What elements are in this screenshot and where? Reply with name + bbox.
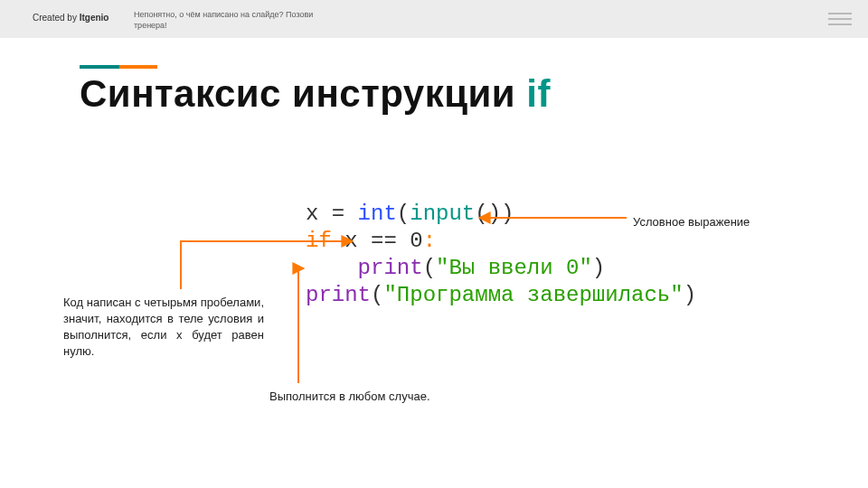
code-block: x = int(input()) if x == 0: print("Вы вв… <box>306 174 696 336</box>
created-by-prefix: Created by <box>33 13 80 23</box>
slide: Created by Itgenio Непонятно, о чём напи… <box>0 0 868 488</box>
code-l3-str: "Вы ввели 0" <box>436 256 592 280</box>
code-l1-p1: ( <box>397 202 410 226</box>
code-l2-if: if <box>306 229 332 253</box>
code-l1-p2: ()) <box>475 202 514 226</box>
code-l3-print: print <box>358 256 423 280</box>
code-l1-input: input <box>410 202 475 226</box>
code-l1-lhs: x = <box>306 202 358 226</box>
code-l4-po: ( <box>371 283 383 307</box>
created-by: Created by Itgenio <box>33 13 108 23</box>
code-l4-pc: ) <box>684 283 696 307</box>
title-main: Синтаксис инструкции <box>80 72 515 115</box>
code-l3-pc: ) <box>592 256 605 280</box>
code-l2-expr: x == 0 <box>332 229 423 253</box>
menu-icon[interactable] <box>828 13 852 25</box>
annotation-unconditional: Выполнится в любом случае. <box>269 389 505 405</box>
helper-note: Непонятно, о чём написано на слайде? Поз… <box>134 9 333 31</box>
brand-name: Itgenio <box>80 13 109 23</box>
annotation-indent: Код написан с четырьмя пробелами, значит… <box>63 295 264 360</box>
code-l2-colon: : <box>423 229 436 253</box>
slide-title: Синтаксис инструкции if <box>80 72 551 116</box>
top-bar: Created by Itgenio Непонятно, о чём напи… <box>0 0 868 38</box>
code-l3-po: ( <box>423 256 436 280</box>
code-l1-int: int <box>358 202 397 226</box>
code-l3-indent <box>306 256 358 280</box>
annotation-condition: Условное выражение <box>633 214 814 230</box>
title-keyword: if <box>526 72 551 115</box>
code-l4-print: print <box>306 283 371 307</box>
accent-bar <box>80 56 161 60</box>
code-l4-str: "Программа завершилась" <box>383 283 683 307</box>
